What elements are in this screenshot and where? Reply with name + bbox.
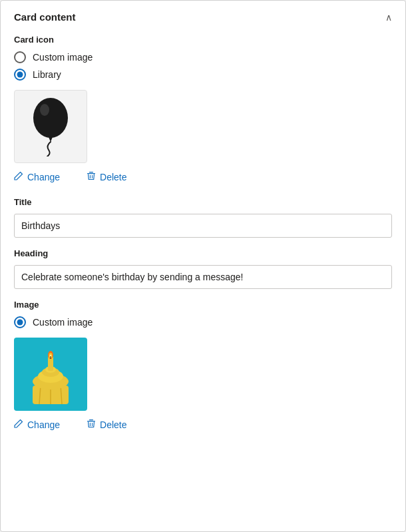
radio-custom-image-icon-label: Custom image [33, 52, 93, 63]
title-label: Title [14, 197, 392, 207]
image-label: Image [14, 300, 392, 310]
image-delete-button[interactable]: Delete [87, 419, 126, 430]
svg-rect-4 [89, 172, 93, 172]
radio-library-icon[interactable]: Library [14, 69, 392, 81]
card-icon-section: Card icon Custom image Library [14, 35, 392, 182]
card-content-panel: Card content ∧ Card icon Custom image Li… [0, 0, 406, 532]
image-delete-label: Delete [100, 419, 126, 430]
heading-section: Heading [14, 248, 392, 289]
svg-point-1 [40, 104, 49, 116]
card-icon-radio-group: Custom image Library [14, 51, 392, 81]
card-icon-actions: Change Delete [14, 171, 392, 182]
pencil-icon-2 [14, 419, 23, 430]
svg-rect-21 [87, 421, 95, 421]
panel-header: Card content ∧ [14, 11, 392, 23]
collapse-icon[interactable]: ∧ [385, 12, 392, 23]
title-section: Title [14, 197, 392, 238]
image-change-button[interactable]: Change [14, 419, 60, 430]
radio-library-icon-label: Library [33, 69, 61, 80]
card-icon-label: Card icon [14, 35, 392, 45]
card-image-preview [14, 338, 87, 411]
card-icon-preview [14, 90, 87, 163]
panel-title: Card content [14, 11, 76, 23]
trash-icon-2 [87, 419, 96, 430]
svg-point-0 [33, 98, 68, 138]
radio-custom-image-img[interactable]: Custom image [14, 316, 392, 328]
image-section: Image Custom image [14, 300, 392, 430]
image-actions: Change Delete [14, 419, 392, 430]
radio-library-icon-input[interactable] [14, 69, 26, 81]
svg-rect-22 [89, 419, 93, 420]
cupcake-svg-image [14, 338, 87, 411]
image-radio-group: Custom image [14, 316, 392, 328]
card-icon-delete-button[interactable]: Delete [87, 171, 126, 182]
radio-custom-image-icon[interactable]: Custom image [14, 51, 392, 63]
radio-custom-image-icon-input[interactable] [14, 51, 26, 63]
card-icon-delete-label: Delete [100, 172, 126, 182]
trash-icon [87, 171, 96, 182]
svg-rect-3 [87, 173, 95, 174]
svg-marker-2 [49, 137, 53, 142]
radio-custom-image-img-input[interactable] [14, 316, 26, 328]
heading-input[interactable] [14, 265, 392, 289]
heading-label: Heading [14, 248, 392, 258]
card-icon-change-label: Change [27, 172, 60, 182]
pencil-icon [14, 171, 23, 182]
card-icon-change-button[interactable]: Change [14, 171, 60, 182]
balloon-svg-icon [27, 97, 74, 156]
radio-custom-image-img-label: Custom image [33, 317, 93, 328]
title-input[interactable] [14, 214, 392, 238]
image-change-label: Change [27, 419, 60, 430]
